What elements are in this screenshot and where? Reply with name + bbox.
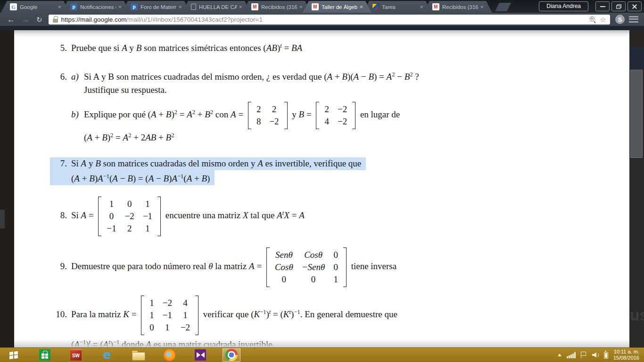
tab-huella-de-car[interactable]: HUELLA DE CAR× <box>182 1 251 13</box>
tab-label: Foro de Matemá <box>140 4 176 10</box>
problem-5-line: 5.Pruebe que si A y B son matrices simét… <box>51 40 615 54</box>
action-center-flag-icon[interactable] <box>581 352 587 358</box>
scrollbar-thumb[interactable] <box>630 70 643 158</box>
content-area: 5.Pruebe que si A y B son matrices simét… <box>0 26 644 347</box>
restore-button[interactable] <box>611 1 626 11</box>
tab-google[interactable]: GGoogle× <box>1 1 70 13</box>
clock-time: 10:11 a. m. <box>613 349 639 355</box>
start-taskbar-button[interactable] <box>5 348 23 362</box>
right-margin-navy <box>629 47 644 69</box>
problem-8-line: 8.Si A = 1010−2−1−121 encuentre una matr… <box>51 197 615 236</box>
tab-label: Taller de Álgebr <box>322 4 357 10</box>
bookmark-star-icon[interactable]: ☆ <box>600 16 606 23</box>
problem-7-line: 7.Si A y B son matrices cuadradas del mi… <box>50 157 366 170</box>
tab-tarea[interactable]: Tarea× <box>363 1 432 13</box>
back-button[interactable]: ← <box>7 16 15 24</box>
tab-close-icon[interactable]: × <box>178 4 182 10</box>
tab-notificaciones-d[interactable]: pNotificaciones d× <box>61 1 130 13</box>
tab-label: Google <box>20 4 56 10</box>
gmail-icon: M <box>432 3 439 10</box>
document-page: 5.Pruebe que si A y B son matrices simét… <box>14 30 629 347</box>
start-icon <box>9 351 18 359</box>
problem-7-line: (A + B)A−1(A − B) = (A − B)A−1(A + B) <box>50 170 215 185</box>
matrix: 1010−2−1−121 <box>98 197 161 236</box>
skype-extension-icon[interactable]: S <box>615 15 625 24</box>
tab-close-icon[interactable]: × <box>359 4 363 10</box>
left-margin-box <box>0 210 5 229</box>
tab-label: Recibidos (316) <box>261 4 297 10</box>
visualstudio-taskbar-button[interactable] <box>191 348 209 362</box>
phpbb-icon: p <box>70 3 77 10</box>
right-margin: us <box>629 30 644 347</box>
address-bar[interactable]: https://mail.google.com/mail/u/1/#inbox/… <box>49 15 610 25</box>
gmail-icon: M <box>251 3 258 10</box>
ie-icon: e <box>103 350 111 360</box>
solidworks-icon: SW <box>70 349 82 361</box>
problem-6-line: b)Explique por qué (A + B)2 = A2 + B2 co… <box>51 102 615 129</box>
google-icon: G <box>10 3 17 10</box>
explorer-icon <box>132 351 144 360</box>
tab-close-icon[interactable]: × <box>299 4 303 10</box>
problem-9-line: 9.Demuestre que para todo número real θ … <box>51 247 615 287</box>
store-taskbar-button[interactable] <box>36 348 54 362</box>
tab-close-icon[interactable]: × <box>239 4 242 10</box>
matrix: 2−24−2 <box>316 102 355 129</box>
close-button[interactable] <box>627 1 642 11</box>
tray-expand-icon[interactable] <box>558 354 561 356</box>
battery-icon[interactable] <box>604 352 608 359</box>
doc-icon <box>191 4 196 10</box>
phpbb-icon: p <box>131 3 138 10</box>
tab-close-icon[interactable]: × <box>420 4 423 10</box>
system-tray: 10:11 a. m. 15/08/2016 <box>558 349 644 362</box>
taskbar: SWe 10:11 a. m. 15/08/2016 <box>0 347 644 362</box>
problem-6-line: 6.a)Si A y B son matrices cuadradas del … <box>51 68 615 83</box>
problem-6-line: (A + B)2 = A2 + 2AB + B2 <box>51 129 615 144</box>
gmail-icon: M <box>312 3 319 10</box>
profile-button[interactable]: Diana Andrea <box>539 1 588 11</box>
clock-date: 15/08/2016 <box>613 355 639 362</box>
shield-icon <box>372 3 379 10</box>
lock-icon <box>53 16 58 23</box>
right-margin-dark <box>629 30 644 47</box>
explorer-taskbar-button[interactable] <box>129 348 147 362</box>
tab-close-icon[interactable]: × <box>480 4 484 10</box>
tab-label: Notificaciones d <box>80 4 116 10</box>
problem-6-line: Justifique su respuesta. <box>51 84 615 96</box>
taskbar-buttons: SWe <box>0 348 240 362</box>
zoom-icon[interactable]: + <box>589 16 596 23</box>
matrix: SenθCosθ0Cosθ−Senθ0001 <box>266 247 347 287</box>
tab-foro-de-matem[interactable]: pForo de Matemá× <box>122 1 190 13</box>
tab-recibidos-316[interactable]: MRecibidos (316)× <box>242 1 311 13</box>
menu-icon[interactable] <box>629 16 638 23</box>
firefox-icon <box>164 349 175 361</box>
firefox-taskbar-button[interactable] <box>160 348 178 362</box>
ie-taskbar-button[interactable]: e <box>98 348 116 362</box>
restore-icon <box>616 4 621 9</box>
tabs: GGoogle×pNotificaciones d×pForo de Matem… <box>1 1 511 13</box>
new-tab-button[interactable] <box>495 3 511 11</box>
tab-recibidos-316[interactable]: MRecibidos (316)× <box>423 1 492 13</box>
page-bottom-fade <box>14 339 629 347</box>
clock[interactable]: 10:11 a. m. 15/08/2016 <box>613 349 639 362</box>
screen: GGoogle×pNotificaciones d×pForo de Matem… <box>0 0 644 362</box>
document-items: 5.Pruebe que si A y B son matrices simét… <box>14 30 629 347</box>
minimize-icon <box>600 6 605 7</box>
close-icon <box>632 4 637 9</box>
solidworks-taskbar-button[interactable]: SW <box>67 348 85 362</box>
forward-button[interactable]: → <box>22 16 30 24</box>
tab-taller-de-lgebr[interactable]: MTaller de Álgebr× <box>303 1 372 13</box>
chrome-taskbar-button[interactable] <box>223 348 240 362</box>
reload-button[interactable]: ↻ <box>36 16 42 23</box>
tab-close-icon[interactable]: × <box>58 4 61 10</box>
problem-10-line: 10.Para la matriz K = 1−241−1101−2 verif… <box>51 296 615 335</box>
minimize-button[interactable] <box>595 1 610 11</box>
tab-label: HUELLA DE CAR <box>199 4 237 10</box>
tab-close-icon[interactable]: × <box>118 4 122 10</box>
url-path: /mail/u/1/#inbox/15670041343cacf2?projec… <box>126 16 263 23</box>
matrix: 228−2 <box>248 102 288 129</box>
left-margin <box>0 30 14 347</box>
matrix: 1−241−1101−2 <box>141 296 198 335</box>
network-icon[interactable] <box>567 352 576 358</box>
url-host: https://mail.google.com <box>61 16 127 23</box>
volume-icon[interactable] <box>592 352 599 358</box>
